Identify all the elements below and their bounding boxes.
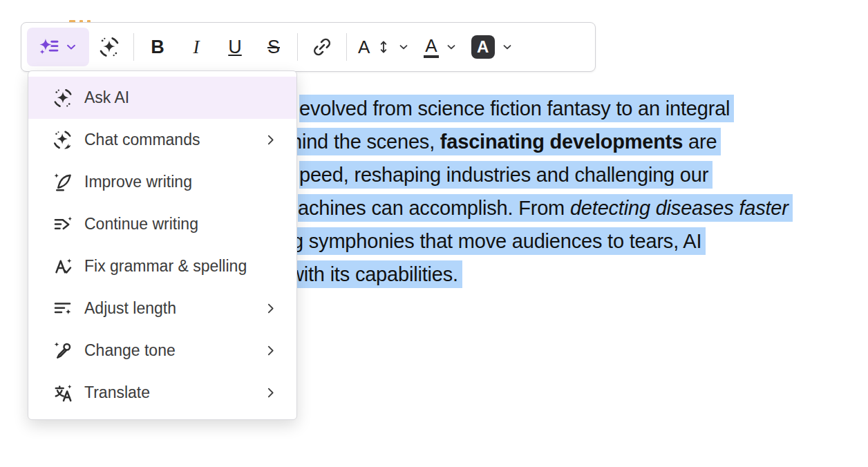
chevron-down-icon: [501, 41, 513, 53]
menu-item-label: Continue writing: [84, 215, 277, 234]
change-tone-icon: [53, 341, 73, 361]
menu-item-fix-grammar-spelling[interactable]: Fix grammar & spelling: [28, 245, 296, 287]
ai-menu-button[interactable]: [27, 28, 89, 66]
menu-item-ask-ai[interactable]: Ask AI: [28, 77, 296, 119]
improve-writing-icon: [52, 171, 74, 193]
chevron-down-icon: [445, 41, 457, 53]
font-color-label: A: [424, 37, 438, 58]
formatting-toolbar: B I U S A A A: [21, 22, 596, 72]
menu-item-change-tone[interactable]: Change tone: [28, 330, 296, 372]
selected-text-line: peed, reshaping industries and challengi…: [299, 161, 713, 189]
toolbar-divider: [346, 33, 347, 61]
italic-button[interactable]: I: [177, 28, 216, 66]
menu-item-label: Fix grammar & spelling: [84, 257, 277, 276]
continue-writing-icon: [52, 213, 74, 236]
translate-icon: [52, 382, 74, 404]
ai-sparkle-button[interactable]: [89, 28, 129, 66]
menu-item-translate[interactable]: Translate: [28, 372, 296, 414]
menu-item-label: Adjust length: [84, 299, 263, 318]
text-segment: peed, reshaping industries and challengi…: [299, 164, 708, 186]
highlight-color-button[interactable]: A: [464, 28, 520, 66]
chevron-right-icon: [264, 302, 277, 315]
adjust-length-icon: [52, 298, 74, 320]
font-size-label: A: [358, 38, 370, 56]
chevron-down-icon: [397, 41, 410, 53]
ask-ai-sparkle-icon: [53, 88, 73, 108]
ask-ai-sparkle-icon: [98, 36, 120, 58]
bold-button[interactable]: B: [138, 28, 177, 66]
chevron-right-icon: [263, 386, 277, 400]
fix-grammar-icon: [52, 256, 74, 278]
updown-arrow-icon: [376, 39, 391, 55]
menu-item-improve-writing[interactable]: Improve writing: [28, 161, 296, 203]
text-segment: g symphonies that move audiences to tear…: [292, 230, 701, 252]
chat-commands-icon: [53, 130, 73, 151]
menu-item-chat-commands[interactable]: Chat commands: [28, 119, 296, 161]
chevron-down-icon: [64, 40, 78, 54]
ask-ai-sparkle-icon: [52, 87, 74, 109]
text-segment: are: [683, 131, 717, 153]
chevron-right-icon: [264, 386, 277, 399]
editor-canvas: evolved from science fiction fantasy to …: [0, 0, 868, 467]
underline-button[interactable]: U: [216, 28, 254, 66]
ai-sparkle-list-icon: [38, 36, 60, 58]
link-icon: [312, 37, 332, 57]
link-button[interactable]: [302, 28, 342, 66]
selected-text-line: with its capabilities.: [290, 260, 462, 288]
text-segment: hind the scenes,: [291, 131, 440, 153]
text-segment: detecting diseases faster: [570, 197, 789, 219]
strikethrough-button[interactable]: S: [254, 28, 293, 66]
selected-text-line: hind the scenes, fascinating development…: [291, 128, 721, 155]
menu-item-continue-writing[interactable]: Continue writing: [28, 203, 296, 245]
menu-item-label: Chat commands: [84, 131, 263, 149]
change-tone-icon: [52, 340, 74, 362]
fix-grammar-icon: [53, 256, 73, 277]
ai-dropdown-menu: Ask AIChat commandsImprove writingContin…: [28, 70, 297, 420]
chevron-right-icon: [264, 133, 277, 146]
font-size-button[interactable]: A: [351, 28, 417, 66]
selected-text-line: g symphonies that move audiences to tear…: [292, 227, 706, 255]
chevron-right-icon: [263, 133, 277, 147]
selected-text-line: evolved from science fiction fantasy to …: [299, 95, 734, 122]
toolbar-divider: [297, 33, 298, 61]
menu-item-label: Change tone: [84, 341, 263, 360]
selected-text-line: achines can accomplish. From detecting d…: [298, 194, 793, 222]
menu-item-label: Ask AI: [84, 88, 277, 107]
text-segment: with its capabilities.: [290, 263, 458, 285]
chat-commands-icon: [52, 129, 74, 151]
chevron-right-icon: [264, 344, 277, 357]
highlight-label: A: [471, 35, 495, 59]
menu-item-label: Translate: [84, 383, 263, 402]
continue-writing-icon: [53, 214, 73, 235]
toolbar-divider: [133, 33, 134, 61]
menu-item-adjust-length[interactable]: Adjust length: [28, 287, 296, 330]
chevron-right-icon: [263, 344, 277, 358]
adjust-length-icon: [53, 298, 73, 319]
text-segment: evolved from science fiction fantasy to …: [299, 97, 730, 120]
text-segment: fascinating developments: [440, 131, 683, 153]
font-color-button[interactable]: A: [417, 28, 464, 66]
menu-item-label: Improve writing: [84, 173, 277, 191]
chevron-right-icon: [263, 302, 277, 316]
improve-writing-icon: [53, 172, 73, 193]
translate-icon: [53, 383, 73, 403]
text-segment: achines can accomplish. From: [298, 197, 570, 219]
